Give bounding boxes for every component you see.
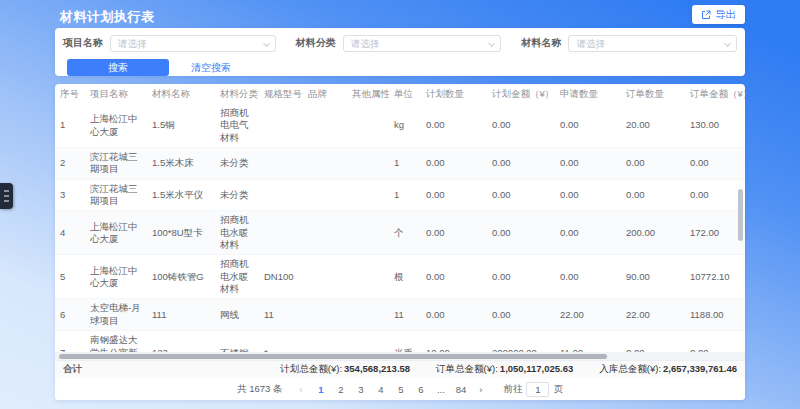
material-select[interactable] [568,35,737,52]
table-cell [347,255,389,299]
table-row: 5上海松江中心大厦100铸铁管G招商机电水暖材料DN100根0.000.000.… [55,255,745,299]
table-cell: 1188.00 [685,299,745,331]
category-filter-label: 材料分类 [296,36,336,50]
table-cell [303,148,347,180]
export-button[interactable]: 导出 [692,5,745,24]
table-cell [347,104,389,148]
table-cell: 0.00 [685,148,745,180]
material-select-input[interactable] [576,38,720,49]
clear-search-button[interactable]: 清空搜索 [191,61,231,75]
page-button[interactable]: 5 [393,382,408,397]
table-cell: 22.00 [621,299,685,331]
table-cell [347,331,389,352]
export-label: 导出 [715,8,736,22]
chevron-down-icon [489,40,496,47]
table-cell: 0.00 [487,211,555,255]
table-cell [259,148,303,180]
table-cell [259,179,303,211]
prev-page-button[interactable]: ‹ [293,382,308,397]
page-button[interactable]: 84 [453,382,468,397]
order-total: 订单总金额(¥):1,050,117,025.63 [436,363,573,376]
export-icon [701,10,711,20]
table-cell [347,211,389,255]
table-cell: 130.00 [685,104,745,148]
table-cell: 5 [55,255,85,299]
table-cell: 1.5铜 [147,104,215,148]
horizontal-scrollbar-track[interactable] [55,352,745,360]
page-button[interactable]: 6 [413,382,428,397]
page-button[interactable]: 2 [333,382,348,397]
table-cell: 0.00 [487,179,555,211]
table-cell: 上海松江中心大厦 [85,104,147,148]
table-cell [303,211,347,255]
table-cell: 0.00 [685,179,745,211]
table-cell: 7 [55,331,85,352]
vertical-scrollbar[interactable] [738,189,743,241]
table-cell [303,299,347,331]
material-filter-label: 材料名称 [521,36,561,50]
pagination-total: 共 1673 条 [237,383,282,396]
table-cell [347,148,389,180]
collapsed-panel-tab[interactable] [0,183,13,209]
column-header: 计划数量 [421,84,487,104]
column-header: 材料分类 [215,84,259,104]
table-cell: 上海松江中心大厦 [85,211,147,255]
column-header: 计划金额（¥） [487,84,555,104]
table-cell: 11 [389,299,421,331]
column-header: 申请数量 [555,84,621,104]
table-cell: 172.00 [685,211,745,255]
next-page-button[interactable]: › [473,382,488,397]
totals-row: 合计 计划总金额(¥):354,568,213.58 订单总金额(¥):1,05… [55,360,745,378]
table-cell: 11 [259,299,303,331]
table-cell: 个 [389,211,421,255]
project-select[interactable] [110,35,276,52]
table-cell: 1.5米水平仪 [147,179,215,211]
table-cell: 1 [389,179,421,211]
goto-label: 前往 [503,383,522,396]
horizontal-scrollbar-thumb[interactable] [59,354,607,359]
goto-page-input[interactable] [526,382,549,397]
table-cell: 滨江花城三期项目 [85,148,147,180]
table-cell: 11.00 [555,331,621,352]
search-button[interactable]: 搜索 [67,59,169,76]
project-select-input[interactable] [118,38,259,49]
table-cell [347,179,389,211]
table-cell: 123 [147,331,215,352]
column-header: 其他属性 [347,84,389,104]
table-row: 3滨江花城三期项目1.5米水平仪未分类10.000.000.000.000.00 [55,179,745,211]
column-header: 订单数量 [621,84,685,104]
table-cell: 6 [55,299,85,331]
category-select-input[interactable] [351,38,485,49]
table-cell: 1 [389,148,421,180]
table-cell: 未分类 [215,179,259,211]
table-cell: 招商机电水暖材料 [215,211,259,255]
page-button[interactable]: 1 [313,382,328,397]
chevron-down-icon [263,40,270,47]
inbound-total: 入库总金额(¥):2,657,339,761.46 [599,363,737,376]
page-ellipsis[interactable]: ... [433,382,448,397]
table-cell: 0.00 [421,299,487,331]
table-cell: 3 [55,179,85,211]
chevron-down-icon [724,40,731,47]
category-select[interactable] [343,35,502,52]
table-cell: 网线 [215,299,259,331]
materials-table: 序号项目名称材料名称材料分类规格型号品牌其他属性单位计划数量计划金额（¥）申请数… [55,84,745,352]
page-unit-label: 页 [553,383,563,396]
table-cell [303,104,347,148]
table-cell: 200000.00 [487,331,555,352]
table-cell: * [259,331,303,352]
page-button[interactable]: 3 [353,382,368,397]
table-cell: 4 [55,211,85,255]
project-filter-label: 项目名称 [63,36,103,50]
table-cell: 20.00 [621,104,685,148]
table-cell: 0.00 [555,211,621,255]
table-cell: 滨江花城三期项目 [85,179,147,211]
table-cell: DN100 [259,255,303,299]
table-cell: 2 [55,148,85,180]
page-button[interactable]: 4 [373,382,388,397]
table-cell: 90.00 [621,255,685,299]
table-cell: 1.5米木床 [147,148,215,180]
column-header: 序号 [55,84,85,104]
results-table-panel: 序号项目名称材料名称材料分类规格型号品牌其他属性单位计划数量计划金额（¥）申请数… [55,84,745,400]
table-cell: 0.00 [487,148,555,180]
